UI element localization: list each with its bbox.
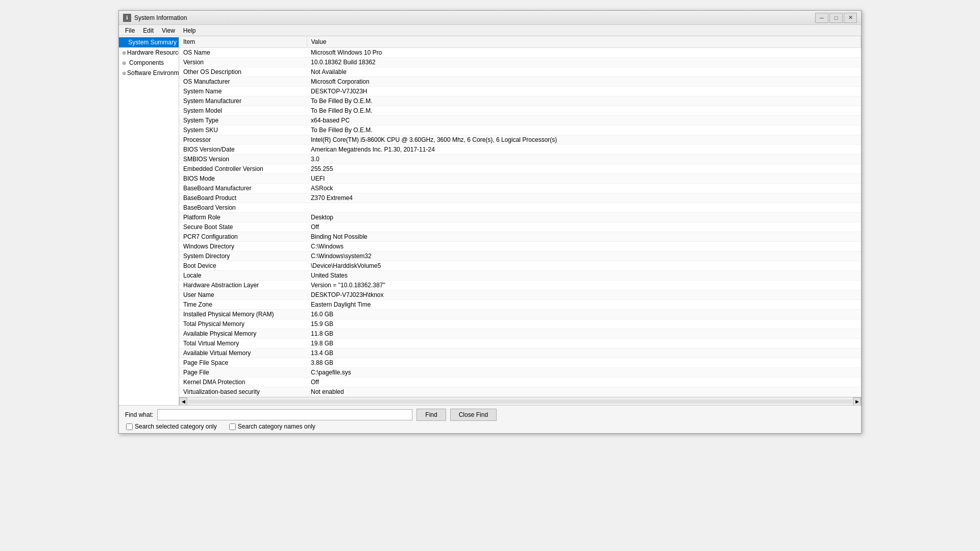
main-window: ℹ System Information ─ □ ✕ File Edit Vie… <box>118 10 862 434</box>
sidebar-item-software-environment[interactable]: ⊕ Software Environmer <box>119 68 179 78</box>
restore-button[interactable]: □ <box>829 13 843 23</box>
table-row: System NameDESKTOP-V7J023H <box>179 87 861 96</box>
menu-view[interactable]: View <box>158 26 179 35</box>
table-row: Page File Space3.88 GB <box>179 358 861 368</box>
content-area: Item Value OS NameMicrosoft Windows 10 P… <box>179 36 861 405</box>
close-button[interactable]: ✕ <box>844 13 857 23</box>
table-row: Boot Device\Device\HarddiskVolume5 <box>179 261 861 271</box>
table-cell-value: DESKTOP-V7J023H <box>307 87 861 96</box>
checkbox-search-selected-input[interactable] <box>126 423 133 430</box>
table-cell-value: 3.88 GB <box>307 358 861 368</box>
table-cell-value: Microsoft Corporation <box>307 77 861 87</box>
checkbox-row: Search selected category only Search cat… <box>125 423 855 430</box>
table-cell-item: Available Virtual Memory <box>179 348 307 358</box>
table-cell-value: 255.255 <box>307 164 861 174</box>
table-cell-item: User Name <box>179 290 307 300</box>
checkbox-search-category-names-input[interactable] <box>229 423 236 430</box>
checkbox-search-selected-label: Search selected category only <box>135 423 217 430</box>
table-cell-item: System SKU <box>179 126 307 135</box>
table-row: BaseBoard Version <box>179 203 861 213</box>
table-cell-item: System Manufacturer <box>179 96 307 106</box>
sidebar-item-system-summary[interactable]: System Summary <box>119 37 179 47</box>
app-icon: ℹ <box>123 14 131 22</box>
table-cell-value: 10.0.18362 Build 18362 <box>307 58 861 67</box>
table-cell-item: Embedded Controller Version <box>179 164 307 174</box>
menu-bar: File Edit View Help <box>119 25 861 36</box>
table-cell-value: 16.0 GB <box>307 310 861 319</box>
menu-help[interactable]: Help <box>179 26 200 35</box>
table-row: Other OS DescriptionNot Available <box>179 67 861 77</box>
scroll-right-button[interactable]: ▶ <box>853 397 861 406</box>
table-cell-value: 15.9 GB <box>307 319 861 329</box>
menu-edit[interactable]: Edit <box>139 26 158 35</box>
table-row: Embedded Controller Version255.255 <box>179 164 861 174</box>
close-find-button[interactable]: Close Find <box>450 409 497 421</box>
sidebar-label-system-summary: System Summary <box>128 39 177 46</box>
table-cell-value: American Megatrends Inc. P1.30, 2017-11-… <box>307 145 861 155</box>
table-cell-value: To Be Filled By O.E.M. <box>307 126 861 135</box>
table-row: Version10.0.18362 Build 18362 <box>179 58 861 67</box>
table-row: Kernel DMA ProtectionOff <box>179 378 861 387</box>
horizontal-scrollbar[interactable]: ◀ ▶ <box>179 397 861 405</box>
table-row: System ModelTo Be Filled By O.E.M. <box>179 106 861 116</box>
table-cell-value: C:\Windows <box>307 242 861 252</box>
table-cell-value: To Be Filled By O.E.M. <box>307 106 861 116</box>
table-cell-value: To Be Filled By O.E.M. <box>307 96 861 106</box>
table-cell-value: 13.4 GB <box>307 348 861 358</box>
table-row: User NameDESKTOP-V7J023H\tknox <box>179 290 861 300</box>
table-cell-value: C:\pagefile.sys <box>307 368 861 378</box>
table-cell-item: BIOS Version/Date <box>179 145 307 155</box>
find-input[interactable] <box>157 409 412 420</box>
table-cell-item: SMBIOS Version <box>179 155 307 164</box>
table-cell-item: Version <box>179 58 307 67</box>
expand-arrow-software: ⊕ <box>122 70 126 76</box>
find-button[interactable]: Find <box>416 409 446 421</box>
scroll-left-button[interactable]: ◀ <box>179 397 187 406</box>
table-cell-item: Page File Space <box>179 358 307 368</box>
table-cell-item: Kernel DMA Protection <box>179 378 307 387</box>
table-row: Installed Physical Memory (RAM)16.0 GB <box>179 310 861 319</box>
table-cell-value: Eastern Daylight Time <box>307 300 861 310</box>
table-cell-item: Platform Role <box>179 213 307 222</box>
table-row: BIOS ModeUEFI <box>179 174 861 184</box>
table-cell-value: Binding Not Possible <box>307 232 861 242</box>
table-row: Platform RoleDesktop <box>179 213 861 222</box>
table-row: System SKUTo Be Filled By O.E.M. <box>179 126 861 135</box>
checkbox-search-category-names[interactable]: Search category names only <box>229 423 315 430</box>
table-row: System DirectoryC:\Windows\system32 <box>179 252 861 261</box>
table-cell-item: System Name <box>179 87 307 96</box>
table-cell-value: \Device\HarddiskVolume5 <box>307 261 861 271</box>
table-row: BaseBoard ManufacturerASRock <box>179 184 861 193</box>
table-row: SMBIOS Version3.0 <box>179 155 861 164</box>
table-cell-value: Version = "10.0.18362.387" <box>307 281 861 290</box>
table-cell-value: x64-based PC <box>307 116 861 126</box>
table-cell-item: Boot Device <box>179 261 307 271</box>
table-row: Windows DirectoryC:\Windows <box>179 242 861 252</box>
minimize-button[interactable]: ─ <box>815 13 828 23</box>
table-cell-item: PCR7 Configuration <box>179 232 307 242</box>
checkbox-search-selected[interactable]: Search selected category only <box>126 423 217 430</box>
table-cell-item: Total Virtual Memory <box>179 339 307 348</box>
table-cell-value: Microsoft Windows 10 Pro <box>307 48 861 58</box>
table-cell-item: System Directory <box>179 252 307 261</box>
sidebar-item-components[interactable]: ⊕ Components <box>119 58 179 68</box>
table-cell-value: ASRock <box>307 184 861 193</box>
table-row: PCR7 ConfigurationBinding Not Possible <box>179 232 861 242</box>
table-row: Total Physical Memory15.9 GB <box>179 319 861 329</box>
menu-file[interactable]: File <box>121 26 139 35</box>
expand-arrow-components: ⊕ <box>122 60 128 66</box>
table-cell-value: 3.0 <box>307 155 861 164</box>
table-cell-item: Time Zone <box>179 300 307 310</box>
scroll-track[interactable] <box>188 399 852 404</box>
system-info-table: Item Value OS NameMicrosoft Windows 10 P… <box>179 36 861 397</box>
checkbox-search-category-names-label: Search category names only <box>238 423 315 430</box>
table-container[interactable]: Item Value OS NameMicrosoft Windows 10 P… <box>179 36 861 397</box>
table-cell-value <box>307 203 861 213</box>
table-row: BIOS Version/DateAmerican Megatrends Inc… <box>179 145 861 155</box>
sidebar-item-hardware-resources[interactable]: ⊕ Hardware Resources <box>119 47 179 58</box>
table-row: System Typex64-based PC <box>179 116 861 126</box>
table-cell-value: United States <box>307 271 861 281</box>
expand-arrow-hardware: ⊕ <box>122 50 126 56</box>
sidebar: System Summary ⊕ Hardware Resources ⊕ Co… <box>119 36 179 405</box>
table-row: BaseBoard ProductZ370 Extreme4 <box>179 193 861 203</box>
